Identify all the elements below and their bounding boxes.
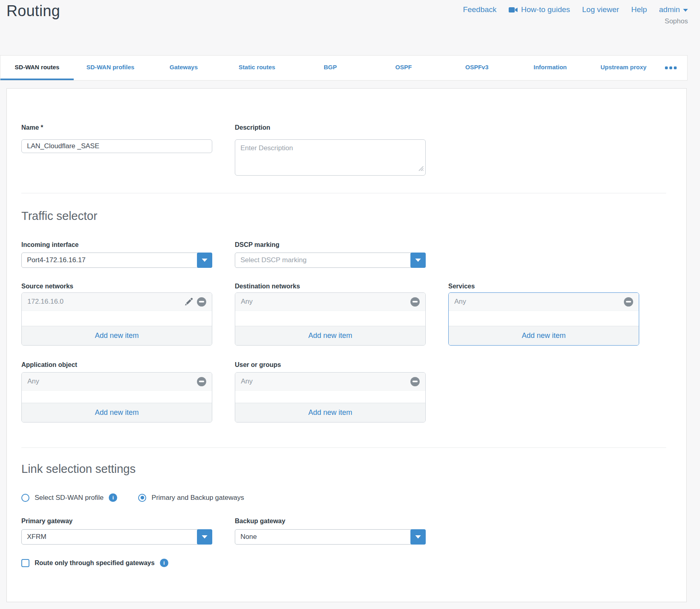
destination-networks-label: Destination networks xyxy=(235,283,426,290)
remove-item-icon[interactable] xyxy=(197,377,206,386)
account-name: Sophos xyxy=(463,17,688,25)
tab-upstream-proxy[interactable]: Upstream proxy xyxy=(587,56,660,80)
more-tabs-ellipsis-icon[interactable] xyxy=(660,56,681,80)
list-item: Any xyxy=(235,293,425,311)
admin-menu[interactable]: admin xyxy=(659,5,688,14)
add-new-item-button[interactable]: Add new item xyxy=(22,326,212,345)
backup-gateway-select[interactable]: None xyxy=(235,529,426,545)
remove-item-icon[interactable] xyxy=(197,297,206,307)
list-item: Any xyxy=(449,293,639,311)
section-divider xyxy=(21,193,666,193)
application-object-label: Application object xyxy=(21,362,212,368)
primary-gateway-select[interactable]: XFRM xyxy=(21,529,212,545)
video-camera-icon xyxy=(509,7,518,13)
select-sd-wan-profile-radio[interactable] xyxy=(21,494,29,502)
section-divider xyxy=(21,447,666,448)
dropdown-button[interactable] xyxy=(197,529,212,545)
description-label: Description xyxy=(235,124,426,131)
dropdown-button[interactable] xyxy=(197,253,212,268)
gateway-row: Primary gateway XFRM Backup gateway None xyxy=(21,518,686,545)
list-item: Any xyxy=(22,373,212,391)
link-selection-options: Select SD-WAN profile i Primary and Back… xyxy=(21,493,686,502)
tab-information[interactable]: Information xyxy=(514,56,587,80)
tab-bgp[interactable]: BGP xyxy=(294,56,367,80)
checkbox-label: Route only through specified gateways xyxy=(35,559,155,567)
dscp-marking-label: DSCP marking xyxy=(235,242,426,248)
primary-backup-gateways-radio[interactable] xyxy=(138,494,146,502)
remove-item-icon[interactable] xyxy=(410,377,420,386)
add-new-item-button[interactable]: Add new item xyxy=(235,326,425,345)
incoming-interface-select[interactable]: Port4-172.16.16.17 xyxy=(21,253,212,268)
remove-item-icon[interactable] xyxy=(410,297,420,307)
primary-gateway-label: Primary gateway xyxy=(21,518,212,524)
tab-ospfv3[interactable]: OSPFv3 xyxy=(440,56,514,80)
traffic-selector-heading: Traffic selector xyxy=(21,209,686,223)
application-object-list: Any Add new item xyxy=(21,372,212,423)
edit-pencil-icon[interactable] xyxy=(184,297,193,307)
howto-guides-link[interactable]: How-to guides xyxy=(509,5,570,14)
app-header: Routing Feedback How-to guides Log viewe… xyxy=(0,0,700,55)
list-item: 172.16.16.0 xyxy=(22,293,212,311)
info-icon[interactable]: i xyxy=(160,559,168,567)
help-link[interactable]: Help xyxy=(631,5,647,14)
dropdown-button[interactable] xyxy=(410,253,426,268)
tab-ospf[interactable]: OSPF xyxy=(367,56,440,80)
dscp-marking-select[interactable]: Select DSCP marking xyxy=(235,253,426,268)
remove-item-icon[interactable] xyxy=(624,297,633,307)
add-new-item-button[interactable]: Add new item xyxy=(22,403,212,422)
list-item: Any xyxy=(235,373,425,391)
header-links: Feedback How-to guides Log viewer Help a… xyxy=(463,5,688,25)
chevron-down-icon xyxy=(202,535,207,539)
name-label: Name * xyxy=(21,124,212,131)
application-users-row: Application object Any Add new item User… xyxy=(21,362,686,423)
tab-bar: SD-WAN routes SD-WAN profiles Gateways S… xyxy=(0,55,688,81)
radio-label: Select SD-WAN profile xyxy=(35,494,104,502)
route-only-row: Route only through specified gateways i xyxy=(21,559,686,567)
feedback-link[interactable]: Feedback xyxy=(463,5,496,14)
destination-networks-list: Any Add new item xyxy=(235,292,426,346)
tab-gateways[interactable]: Gateways xyxy=(147,56,220,80)
chevron-down-icon xyxy=(415,535,421,539)
route-only-checkbox[interactable] xyxy=(21,559,29,567)
chevron-down-icon xyxy=(202,259,207,262)
name-input[interactable] xyxy=(21,139,212,153)
add-new-item-button[interactable]: Add new item xyxy=(449,326,639,345)
chevron-down-icon xyxy=(683,9,688,12)
incoming-interface-label: Incoming interface xyxy=(21,242,212,248)
resize-handle[interactable] xyxy=(418,166,424,173)
sd-wan-route-form: Name * Description Traffic selector Inco… xyxy=(6,88,687,602)
name-description-row: Name * Description xyxy=(21,124,686,176)
services-list: Any Add new item xyxy=(448,292,639,346)
source-networks-label: Source networks xyxy=(21,283,212,290)
interface-dscp-row: Incoming interface Port4-172.16.16.17 DS… xyxy=(21,242,686,268)
info-icon[interactable]: i xyxy=(109,493,117,502)
add-new-item-button[interactable]: Add new item xyxy=(235,403,425,422)
tab-sd-wan-routes[interactable]: SD-WAN routes xyxy=(0,56,74,80)
user-or-groups-list: Any Add new item xyxy=(235,372,426,423)
chevron-down-icon xyxy=(415,259,421,262)
link-selection-heading: Link selection settings xyxy=(21,462,686,476)
radio-label: Primary and Backup gateways xyxy=(151,494,244,502)
tab-static-routes[interactable]: Static routes xyxy=(220,56,294,80)
page-title: Routing xyxy=(6,2,60,20)
tab-sd-wan-profiles[interactable]: SD-WAN profiles xyxy=(74,56,147,80)
description-textarea[interactable] xyxy=(235,139,426,176)
user-or-groups-label: User or groups xyxy=(235,362,426,368)
networks-row: Source networks 172.16.16.0 Add new item… xyxy=(21,283,686,346)
services-label: Services xyxy=(448,283,639,290)
dropdown-button[interactable] xyxy=(410,529,426,545)
source-networks-list: 172.16.16.0 Add new item xyxy=(21,292,212,346)
backup-gateway-label: Backup gateway xyxy=(235,518,426,524)
log-viewer-link[interactable]: Log viewer xyxy=(582,5,619,14)
